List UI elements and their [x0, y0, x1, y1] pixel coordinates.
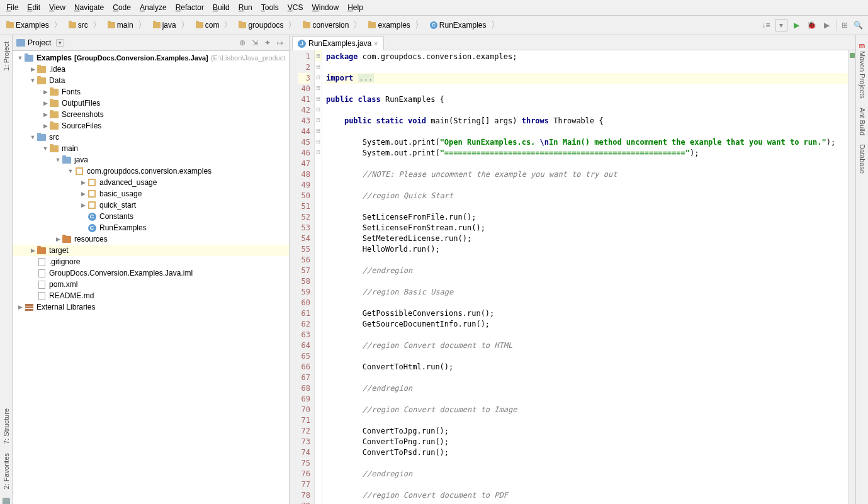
- fold-column[interactable]: ⊞⊟⊟⊟⊟⊟⊟⊟⊟⊟: [315, 50, 322, 504]
- line-number[interactable]: 54: [298, 233, 310, 244]
- rail-ant[interactable]: Ant Build: [859, 105, 866, 138]
- code-line[interactable]: ConvertToPsd.run();: [326, 447, 848, 458]
- breadcrumb-examples[interactable]: Examples〉: [4, 18, 65, 32]
- code-line[interactable]: [326, 126, 848, 137]
- tree-node-pom-xml[interactable]: pom.xml: [13, 279, 289, 290]
- line-number[interactable]: 3: [298, 73, 310, 84]
- run-config-dropdown[interactable]: ▾: [775, 19, 787, 31]
- code-line[interactable]: //region Convert document to Image: [326, 405, 848, 415]
- line-number[interactable]: 51: [298, 201, 310, 212]
- menu-edit[interactable]: Edit: [23, 2, 44, 13]
- tree-toggle-icon[interactable]: ▼: [16, 55, 24, 61]
- menu-vcs[interactable]: VCS: [284, 2, 307, 13]
- tree-toggle-icon[interactable]: ▼: [29, 77, 37, 84]
- code-line[interactable]: //region Basic Usage: [326, 287, 848, 298]
- line-number[interactable]: 63: [298, 330, 310, 340]
- menu-tools[interactable]: Tools: [257, 2, 283, 13]
- line-number[interactable]: 59: [298, 287, 310, 298]
- code-line[interactable]: [326, 276, 848, 287]
- rail-maven[interactable]: mMaven Projects: [859, 39, 866, 101]
- search-everywhere-icon[interactable]: 🔍: [852, 19, 864, 31]
- make-project-icon[interactable]: ↓≡: [760, 19, 772, 31]
- line-number[interactable]: 64: [298, 340, 310, 351]
- code-line[interactable]: public static void main(String[] args) t…: [326, 116, 848, 126]
- line-number[interactable]: 49: [298, 180, 310, 191]
- tree-toggle-icon[interactable]: ▶: [42, 89, 49, 95]
- tree-node-screenshots[interactable]: ▶Screenshots: [13, 109, 289, 120]
- breadcrumb-java[interactable]: java〉: [150, 18, 192, 32]
- line-number[interactable]: 47: [298, 159, 310, 169]
- scroll-to-source-icon[interactable]: ⊕: [237, 38, 247, 48]
- fold-toggle-icon[interactable]: ⊟: [315, 93, 322, 104]
- tree-node--idea[interactable]: ▶.idea: [13, 64, 289, 75]
- code-line[interactable]: ConvertToPng.run();: [326, 437, 848, 447]
- line-number[interactable]: 43: [298, 116, 310, 126]
- line-number[interactable]: 41: [298, 94, 310, 105]
- line-number[interactable]: 50: [298, 191, 310, 201]
- collapse-all-icon[interactable]: ⇲: [250, 38, 260, 48]
- code-line[interactable]: SetLicenseFromStream.run();: [326, 223, 848, 233]
- close-tab-icon[interactable]: ×: [374, 40, 378, 47]
- fold-toggle-icon[interactable]: ⊞: [315, 50, 322, 61]
- tree-toggle-icon[interactable]: ▶: [79, 191, 87, 197]
- line-number[interactable]: 46: [298, 148, 310, 159]
- tree-toggle-icon[interactable]: ▼: [67, 168, 74, 174]
- tree-node-external-libraries[interactable]: ▶External Libraries: [13, 301, 289, 313]
- code-line[interactable]: [326, 351, 848, 362]
- menu-help[interactable]: Help: [344, 2, 367, 13]
- tree-node-readme-md[interactable]: README.md: [13, 290, 289, 301]
- tree-node-fonts[interactable]: ▶Fonts: [13, 86, 289, 98]
- tree-toggle-icon[interactable]: ▼: [54, 157, 62, 163]
- line-number[interactable]: 42: [298, 105, 310, 116]
- code-line[interactable]: ConvertToJpg.run();: [326, 426, 848, 437]
- code-line[interactable]: package com.groupdocs.conversion.example…: [326, 52, 848, 62]
- tree-toggle-icon[interactable]: ▼: [42, 145, 49, 152]
- menu-refactor[interactable]: Refactor: [172, 2, 208, 13]
- tree-toggle-icon[interactable]: ▼: [29, 134, 37, 140]
- code-line[interactable]: SetLicenseFromFile.run();: [326, 212, 848, 223]
- rail-project[interactable]: 1: Project: [3, 39, 10, 73]
- code-line[interactable]: [326, 394, 848, 405]
- tree-node-com-groupdocs-conversion-examples[interactable]: ▼com.groupdocs.conversion.examples: [13, 165, 289, 177]
- line-number[interactable]: 2: [298, 62, 310, 73]
- code-line[interactable]: [326, 372, 848, 383]
- tool-window-quick-icon[interactable]: [3, 498, 10, 504]
- code-line[interactable]: //endregion: [326, 383, 848, 394]
- menu-analyze[interactable]: Analyze: [136, 2, 171, 13]
- menu-code[interactable]: Code: [109, 2, 135, 13]
- tree-node-data[interactable]: ▼Data: [13, 75, 289, 86]
- line-number[interactable]: 66: [298, 362, 310, 372]
- line-number[interactable]: 62: [298, 319, 310, 330]
- tree-node-outputfiles[interactable]: ▶OutputFiles: [13, 98, 289, 109]
- code-line[interactable]: //region Quick Start: [326, 191, 848, 201]
- breadcrumb-src[interactable]: src〉: [66, 18, 104, 32]
- line-number[interactable]: 40: [298, 84, 310, 94]
- code-line[interactable]: [326, 62, 848, 73]
- breadcrumb-main[interactable]: main〉: [105, 18, 149, 32]
- tab-runexamples[interactable]: J RunExamples.java ×: [292, 36, 384, 50]
- line-number[interactable]: 67: [298, 372, 310, 383]
- tree-toggle-icon[interactable]: ▶: [79, 202, 87, 208]
- hide-panel-icon[interactable]: ↦: [275, 38, 285, 48]
- code-line[interactable]: public class RunExamples {: [326, 94, 848, 105]
- line-number[interactable]: 73: [298, 437, 310, 447]
- code-line[interactable]: GetPossibleConversions.run();: [326, 308, 848, 319]
- fold-toggle-icon[interactable]: ⊟: [315, 72, 322, 82]
- breadcrumb-groupdocs[interactable]: groupdocs〉: [236, 18, 299, 32]
- breadcrumb-examples[interactable]: examples〉: [366, 18, 426, 32]
- code-line[interactable]: [326, 415, 848, 426]
- tree-toggle-icon[interactable]: ▶: [42, 111, 49, 118]
- tree-node-main[interactable]: ▼main: [13, 143, 289, 154]
- fold-toggle-icon[interactable]: ⊟: [315, 147, 322, 157]
- line-gutter[interactable]: 1234041424344454647484950515253545556575…: [290, 50, 315, 504]
- tree-node-java[interactable]: ▼java: [13, 154, 289, 165]
- code-line[interactable]: [326, 298, 848, 308]
- line-number[interactable]: 75: [298, 458, 310, 469]
- code-line[interactable]: [326, 159, 848, 169]
- breadcrumb-com[interactable]: com〉: [193, 18, 235, 32]
- debug-icon[interactable]: 🐞: [805, 19, 818, 31]
- line-number[interactable]: 45: [298, 137, 310, 148]
- fold-toggle-icon[interactable]: ⊟: [315, 136, 322, 147]
- tree-node-constants[interactable]: CConstants: [13, 211, 289, 222]
- menu-navigate[interactable]: Navigate: [70, 2, 108, 13]
